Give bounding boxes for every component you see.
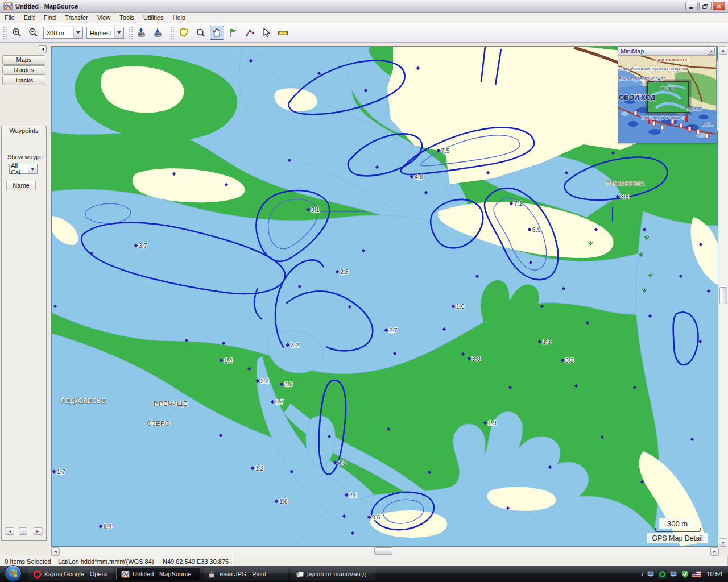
gps-map-detail-text: GPS Map Detail (652, 534, 703, 542)
taskbar-task-label: русло от шаломая д... (307, 571, 371, 577)
hand-pan-tool-button[interactable] (210, 26, 224, 40)
menu-item-find[interactable]: Find (39, 13, 60, 22)
detail-level-combo[interactable]: Highest (86, 27, 124, 39)
toolbar-grip[interactable] (129, 26, 133, 40)
svg-text:0.6: 0.6 (372, 514, 380, 521)
zoom-out-icon (28, 27, 39, 38)
selection-arrow-tool-button[interactable] (259, 26, 274, 40)
status-position-format: Lat/Lon hddd°mm.mmm'(WGS 84) (53, 556, 158, 566)
svg-text:1.9: 1.9 (488, 419, 497, 426)
zoom-tool-button[interactable] (193, 26, 208, 40)
svg-text:1.2: 1.2 (255, 465, 264, 472)
map-vertical-scrollbar[interactable]: ▲ ▼ (719, 46, 728, 547)
minimap-label: БУЙ ПРАВОЙ КРОМКИ СУ (641, 115, 686, 120)
menu-item-tools[interactable]: Tools (115, 13, 139, 22)
sidebar-horizontal-scrollbar[interactable]: ◄ ► (5, 527, 43, 535)
zoom-tool-icon (195, 27, 206, 38)
mapsource-app-icon (3, 2, 13, 11)
opera-tray-icon[interactable] (658, 570, 667, 579)
svg-text:3.7: 3.7 (139, 242, 147, 249)
scroll-right-icon[interactable]: ► (710, 547, 719, 556)
menu-item-view[interactable]: View (93, 13, 115, 22)
svg-text:6.9: 6.9 (532, 226, 541, 233)
menu-item-edit[interactable]: Edit (19, 13, 39, 22)
zoom-out-button[interactable] (26, 26, 40, 40)
taskbar-task[interactable]: русло от шаломая д... (291, 568, 375, 580)
scroll-right-icon[interactable]: ► (34, 527, 42, 535)
zoom-in-button[interactable] (10, 26, 24, 40)
menu-item-transfer[interactable]: Transfer (60, 13, 93, 22)
sidebar-collapse-button[interactable]: ◄ (39, 45, 47, 53)
chevron-down-icon[interactable] (73, 27, 82, 38)
close-button[interactable] (713, 2, 725, 10)
status-bar: 0 Items SelectedLat/Lon hddd°mm.mmm'(WGS… (0, 556, 728, 566)
svg-text:2.8: 2.8 (340, 268, 349, 275)
svg-text:3.3: 3.3 (565, 357, 574, 364)
taskbar-task[interactable]: ивки.JPG - Paint (204, 568, 288, 580)
sidebar-tab-routes[interactable]: Routes (2, 65, 46, 75)
toolbar-grip[interactable] (170, 26, 174, 40)
taskbar: Карты Google - OperaUntitled - MapSource… (0, 566, 728, 582)
waypoint-flag-tool-icon (228, 27, 239, 38)
svg-text:7.5: 7.5 (441, 147, 450, 154)
windows-logo-icon (9, 569, 18, 578)
minimap-canvas[interactable]: С.ДЗЕРЖИНСКОЕПРАВОЙ КРОМКИ СУДОВОГО ХОДА… (618, 56, 716, 143)
minimap-panel[interactable]: MiniMap x (618, 46, 717, 143)
tray-expand-icon[interactable]: ‹ (641, 570, 643, 579)
receive-from-device-button[interactable] (152, 26, 166, 40)
start-button[interactable] (5, 565, 22, 582)
sidebar-tab-maps[interactable]: Maps (2, 55, 46, 65)
send-to-device-button[interactable] (135, 26, 150, 40)
language-flag-icon[interactable] (692, 570, 701, 579)
zoom-in-icon (11, 27, 22, 38)
waypoint-flag-tool-button[interactable] (226, 26, 241, 40)
menu-bar: FileEditFindTransferViewToolsUtilitiesHe… (0, 13, 728, 23)
taskbar-task[interactable]: Untitled - MapSource (116, 568, 200, 580)
scroll-down-icon[interactable]: ▼ (719, 538, 727, 547)
scroll-up-icon[interactable]: ▲ (719, 46, 727, 55)
map-horizontal-scrollbar[interactable]: ◄ ► (51, 547, 719, 556)
menu-item-help[interactable]: Help (168, 13, 190, 22)
svg-text:0.7: 0.7 (275, 398, 284, 405)
minimize-button[interactable] (685, 2, 698, 10)
taskbar-items: Карты Google - OperaUntitled - MapSource… (28, 568, 379, 580)
network-icon[interactable] (647, 570, 655, 579)
scrollbar-thumb[interactable] (19, 527, 27, 535)
minimap-close-icon[interactable]: x (708, 48, 715, 55)
chevron-down-icon[interactable] (114, 27, 123, 38)
svg-text:4.6: 4.6 (415, 173, 423, 180)
taskbar-task[interactable]: Карты Google - Opera (28, 568, 113, 580)
sidebar-tab-tracks[interactable]: Tracks (2, 76, 46, 85)
sidebar: ◄ Maps Routes Tracks Waypoints Show wayp… (0, 43, 49, 556)
route-tool-button[interactable] (243, 26, 257, 40)
distance-ruler-tool-button[interactable] (276, 26, 290, 40)
vertical-scrollbar-thumb[interactable] (719, 287, 727, 304)
svg-text:1.0: 1.0 (456, 303, 465, 310)
minimap-label: С.ДЗЕРЖИНСКОЕ (653, 58, 689, 63)
antivirus-check-icon[interactable] (681, 570, 689, 579)
map-scale-combo[interactable]: 300 m (43, 27, 83, 39)
horizontal-scrollbar-thumb[interactable] (374, 547, 392, 555)
menu-item-utilities[interactable]: Utilities (139, 13, 168, 22)
svg-text:3.2: 3.2 (291, 342, 299, 348)
title-bar[interactable]: Untitled - MapSource (0, 0, 728, 13)
toolbar-grip[interactable] (3, 26, 7, 40)
scale-text: 300 m (667, 519, 688, 528)
restore-button[interactable] (699, 2, 712, 10)
network2-icon[interactable] (669, 570, 678, 579)
map-select-tool-button[interactable] (177, 26, 191, 40)
desktop: Untitled - MapSource FileEditFindTransfe… (0, 0, 728, 582)
menu-item-file[interactable]: File (0, 13, 19, 22)
chevron-down-icon[interactable] (28, 164, 37, 173)
scroll-left-icon[interactable]: ◄ (6, 527, 14, 535)
system-tray: ‹ 10:54 (641, 570, 728, 579)
sidebar-tab-waypoints[interactable]: Waypoints (1, 126, 47, 136)
waypoint-category-combo[interactable]: All Cal (9, 164, 38, 174)
svg-text:1.3: 1.3 (543, 338, 551, 345)
waypoints-panel: Show waypc All Cal Name ◄ ► (1, 136, 47, 541)
scroll-left-icon[interactable]: ◄ (51, 547, 60, 556)
minimap-title-bar[interactable]: MiniMap x (618, 47, 716, 56)
status-empty-pane (233, 556, 728, 566)
svg-text:3.0: 3.0 (472, 355, 481, 362)
name-column-header[interactable]: Name (6, 181, 36, 190)
